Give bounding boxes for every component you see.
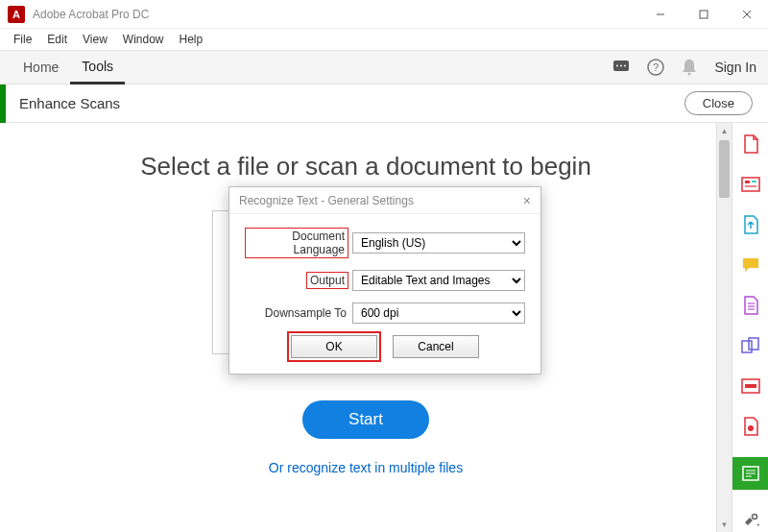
titlebar: A Adobe Acrobat Pro DC	[0, 0, 768, 29]
export-pdf-icon[interactable]	[741, 215, 760, 234]
comment-tool-icon[interactable]	[741, 255, 760, 275]
page-heading: Select a file or scan a document to begi…	[0, 152, 732, 181]
organize-pages-icon[interactable]	[741, 296, 760, 315]
dialog-close-icon[interactable]: ×	[523, 193, 531, 208]
svg-rect-12	[745, 181, 750, 183]
close-button[interactable]	[725, 0, 768, 29]
output-select[interactable]: Editable Text and Images	[352, 270, 525, 291]
dialog-titlebar: Recognize Text - General Settings ×	[229, 187, 540, 214]
scroll-thumb[interactable]	[719, 140, 730, 198]
maximize-button[interactable]	[682, 0, 725, 29]
scroll-up-icon[interactable]: ▲	[717, 123, 732, 138]
create-pdf-icon[interactable]	[741, 134, 760, 154]
sign-in-link[interactable]: Sign In	[714, 60, 756, 75]
tool-title: Enhance Scans	[19, 95, 120, 111]
document-language-label: Document Language	[245, 228, 348, 258]
tabbar: Home Tools ? Sign In	[0, 50, 768, 85]
minimize-button[interactable]	[638, 0, 682, 29]
svg-text:?: ?	[653, 61, 659, 73]
tool-accent-bar	[0, 85, 6, 123]
svg-point-22	[748, 425, 754, 431]
recognize-multiple-link[interactable]: Or recognize text in multiple files	[0, 460, 732, 475]
menu-window[interactable]: Window	[115, 31, 172, 48]
svg-point-10	[688, 73, 691, 76]
recognize-text-dialog: Recognize Text - General Settings × Docu…	[228, 186, 541, 375]
start-button[interactable]: Start	[302, 400, 429, 439]
svg-point-6	[620, 65, 622, 67]
menu-help[interactable]: Help	[172, 31, 211, 48]
menu-view[interactable]: View	[75, 31, 115, 48]
redact-icon[interactable]	[741, 376, 760, 396]
combine-files-icon[interactable]	[741, 336, 760, 355]
more-tools-icon[interactable]: +	[741, 511, 760, 530]
svg-rect-11	[742, 178, 759, 191]
dialog-title: Recognize Text - General Settings	[239, 194, 414, 207]
vertical-scrollbar[interactable]: ▲ ▼	[716, 123, 732, 532]
downsample-select[interactable]: 600 dpi	[352, 302, 525, 324]
bell-icon[interactable]	[682, 59, 697, 76]
menubar: File Edit View Window Help	[0, 29, 768, 50]
menu-file[interactable]: File	[6, 31, 39, 48]
close-tool-button[interactable]: Close	[684, 91, 753, 115]
protect-icon[interactable]	[741, 417, 760, 436]
tab-tools[interactable]: Tools	[70, 51, 125, 85]
ok-button[interactable]: OK	[291, 335, 377, 358]
svg-rect-1	[700, 11, 708, 18]
cancel-button[interactable]: Cancel	[393, 335, 479, 358]
comment-icon[interactable]	[612, 60, 630, 75]
svg-rect-19	[749, 338, 758, 350]
edit-pdf-icon[interactable]	[741, 175, 760, 194]
app-icon: A	[8, 6, 25, 23]
menu-edit[interactable]: Edit	[39, 31, 75, 48]
tool-header: Enhance Scans Close	[0, 85, 768, 123]
tab-home[interactable]: Home	[12, 52, 70, 83]
document-language-select[interactable]: English (US)	[352, 232, 525, 254]
svg-rect-21	[745, 384, 756, 388]
enhance-scans-icon[interactable]	[732, 457, 769, 490]
svg-point-5	[616, 65, 618, 67]
scroll-down-icon[interactable]: ▼	[717, 517, 732, 532]
window-title: Adobe Acrobat Pro DC	[33, 8, 149, 21]
svg-text:+: +	[756, 519, 759, 529]
help-icon[interactable]: ?	[647, 59, 664, 76]
output-label: Output	[306, 272, 348, 289]
downsample-label: Downsample To	[245, 306, 352, 320]
svg-point-7	[624, 65, 626, 67]
svg-rect-18	[742, 341, 752, 352]
right-tool-sidebar: +	[732, 123, 768, 532]
